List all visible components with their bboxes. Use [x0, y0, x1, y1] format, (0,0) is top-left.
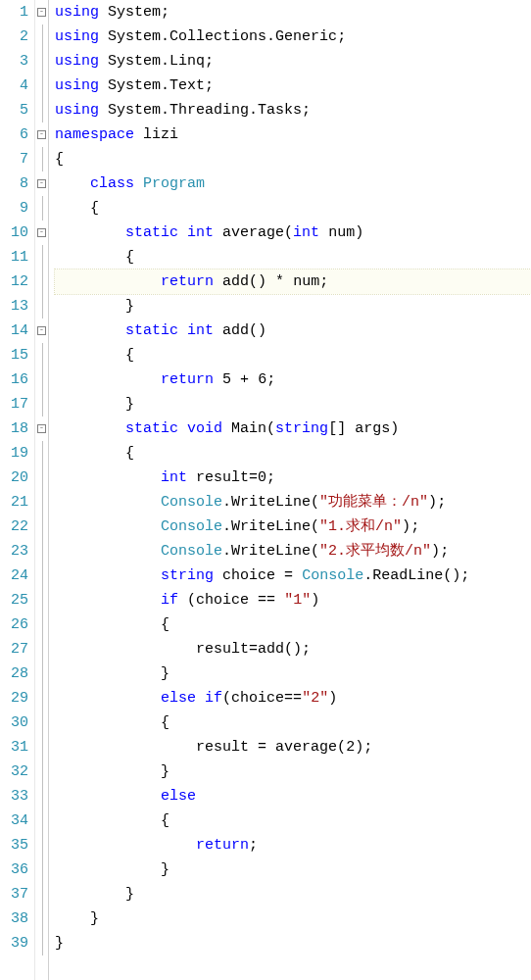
fold-gutter[interactable]: ------ [35, 0, 49, 980]
token-txt: . [161, 53, 169, 70]
fold-toggle-icon[interactable]: - [35, 318, 48, 343]
code-line[interactable]: Console.WriteLine("1.求和/n"); [55, 514, 531, 539]
line-number: 19 [0, 441, 28, 466]
code-line[interactable]: static int add() [55, 318, 531, 343]
token-num: 5 [222, 371, 231, 388]
token-txt: result [196, 739, 249, 756]
line-number: 24 [0, 564, 28, 588]
token-txt: () [443, 567, 460, 584]
token-txt: System [108, 28, 161, 45]
code-line[interactable]: return 5 + 6; [55, 368, 531, 392]
token-txt: ; [266, 469, 275, 486]
code-line[interactable]: string choice = Console.ReadLine(); [55, 564, 531, 588]
token-txt [196, 690, 205, 707]
code-line[interactable]: } [55, 760, 531, 784]
fold-guide [35, 833, 48, 858]
token-txt: Threading [169, 102, 249, 119]
code-line[interactable]: else if(choice=="2") [55, 686, 531, 710]
code-line[interactable]: using System.Text; [55, 74, 531, 98]
line-number: 28 [0, 662, 28, 686]
line-number: 36 [0, 858, 28, 882]
token-txt: . [363, 567, 372, 584]
token-txt: ; [440, 543, 449, 560]
token-txt: () [249, 273, 266, 290]
token-kw: using [55, 53, 99, 70]
code-line[interactable]: static void Main(string[] args) [55, 416, 531, 441]
token-kw: void [187, 420, 222, 437]
code-line[interactable]: result=add(); [55, 637, 531, 662]
token-txt: ReadLine [372, 567, 443, 584]
line-number: 39 [0, 931, 28, 956]
token-txt [55, 518, 161, 535]
code-line[interactable]: int result=0; [55, 466, 531, 490]
fold-toggle-icon[interactable]: - [35, 122, 48, 147]
code-line[interactable]: namespace lizi [55, 122, 531, 147]
token-txt: { [55, 347, 134, 364]
line-number: 20 [0, 466, 28, 490]
code-line[interactable]: using System.Linq; [55, 49, 531, 74]
code-line[interactable]: else [55, 784, 531, 808]
code-line[interactable]: { [55, 808, 531, 833]
code-line[interactable]: { [55, 147, 531, 172]
code-line[interactable]: { [55, 612, 531, 637]
code-line[interactable]: using System.Threading.Tasks; [55, 98, 531, 122]
code-line[interactable]: Console.WriteLine("2.求平均数/n"); [55, 539, 531, 564]
code-line[interactable]: } [55, 392, 531, 416]
code-area[interactable]: using System;using System.Collections.Ge… [49, 0, 531, 980]
code-line[interactable]: using System.Collections.Generic; [55, 24, 531, 49]
code-line[interactable]: { [55, 441, 531, 466]
fold-toggle-icon[interactable]: - [35, 416, 48, 441]
code-line[interactable]: { [55, 245, 531, 270]
code-line[interactable]: } [55, 662, 531, 686]
code-line[interactable]: Console.WriteLine("功能菜单：/n"); [55, 490, 531, 514]
code-line[interactable]: { [55, 196, 531, 220]
code-line[interactable]: using System; [55, 0, 531, 24]
fold-toggle-icon[interactable]: - [35, 220, 48, 245]
line-number: 16 [0, 368, 28, 392]
fold-guide [35, 612, 48, 637]
code-line[interactable]: } [55, 294, 531, 318]
token-txt [293, 567, 302, 584]
code-line[interactable]: { [55, 343, 531, 368]
fold-toggle-icon[interactable]: - [35, 0, 48, 24]
line-number-gutter: 1234567891011121314151617181920212223242… [0, 0, 35, 980]
code-line[interactable]: if (choice == "1") [55, 588, 531, 612]
token-txt: result [196, 469, 249, 486]
fold-guide [35, 710, 48, 735]
code-line[interactable]: { [55, 710, 531, 735]
token-txt [214, 224, 222, 241]
line-number: 37 [0, 882, 28, 906]
code-line[interactable]: result = average(2); [55, 735, 531, 760]
token-txt: } [55, 861, 169, 878]
token-txt [134, 175, 143, 192]
token-txt: . [161, 102, 169, 119]
code-line[interactable]: } [55, 931, 531, 956]
line-number: 3 [0, 49, 28, 74]
code-line[interactable]: return; [55, 833, 531, 858]
fold-guide [35, 858, 48, 882]
fold-toggle-icon[interactable]: - [35, 172, 48, 196]
token-txt [99, 77, 108, 94]
line-number: 12 [0, 270, 28, 294]
code-line[interactable]: return add() * num; [55, 270, 531, 294]
token-txt: ) [311, 592, 319, 609]
code-line[interactable]: } [55, 906, 531, 931]
token-kw: if [205, 690, 222, 707]
code-line[interactable]: static int average(int num) [55, 220, 531, 245]
token-txt [275, 592, 284, 609]
fold-guide [35, 466, 48, 490]
code-editor[interactable]: 1234567891011121314151617181920212223242… [0, 0, 531, 980]
fold-guide [35, 514, 48, 539]
token-txt: System [108, 53, 161, 70]
code-line[interactable]: class Program [55, 172, 531, 196]
token-type: Program [143, 175, 205, 192]
code-line[interactable]: } [55, 858, 531, 882]
token-txt [55, 592, 161, 609]
code-line[interactable]: } [55, 882, 531, 906]
token-txt: () [284, 641, 302, 658]
token-txt: [] [328, 420, 355, 437]
fold-guide [35, 74, 48, 98]
token-txt: choice [222, 567, 275, 584]
fold-guide [35, 539, 48, 564]
token-kw: return [161, 371, 214, 388]
